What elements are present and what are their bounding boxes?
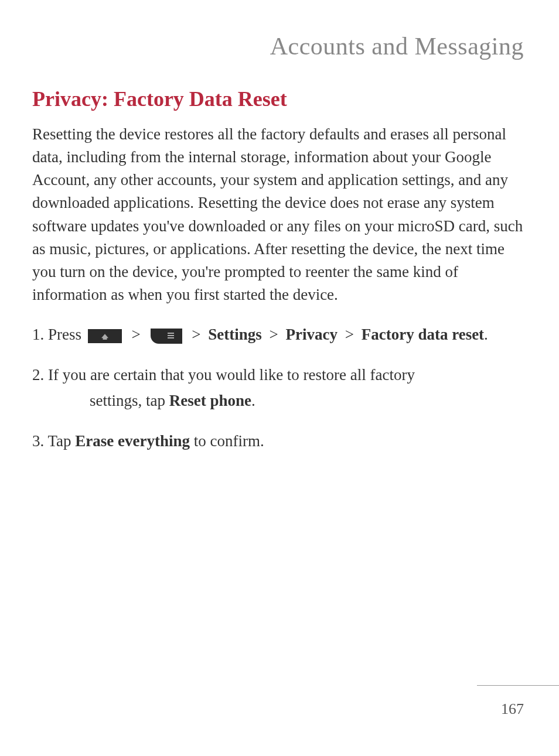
step-3: 3. Tap Erase everything to confirm. (0, 429, 559, 453)
separator: > (192, 326, 200, 343)
page-title: Accounts and Messaging (0, 0, 559, 60)
nav-privacy: Privacy (285, 326, 337, 343)
section-body: Resetting the device restores all the fa… (0, 111, 559, 306)
step-text: If you are certain that you would like t… (48, 366, 415, 384)
decorative-line (477, 685, 559, 686)
step-text: to confirm. (190, 432, 264, 450)
step-number: 3. (32, 432, 44, 450)
step-text: Tap (48, 432, 76, 450)
home-icon (88, 329, 122, 343)
separator: > (270, 326, 278, 343)
step-1: 1. Press > > Settings > Privacy > Factor… (0, 323, 559, 347)
nav-factory-reset: Factory data reset (362, 326, 484, 343)
page-number: 167 (501, 700, 524, 718)
step-text: settings, tap (90, 392, 169, 409)
action-reset-phone: Reset phone (169, 392, 251, 409)
section-heading: Privacy: Factory Data Reset (0, 60, 559, 111)
step-text: Press (48, 326, 86, 343)
nav-settings: Settings (208, 326, 262, 343)
action-erase-everything: Erase everything (75, 432, 190, 450)
period: . (251, 392, 255, 409)
separator: > (132, 326, 141, 343)
period: . (484, 326, 488, 343)
separator: > (345, 326, 354, 343)
step-2: 2. If you are certain that you would lik… (0, 363, 559, 413)
menu-icon (151, 329, 182, 344)
step-number: 2. (32, 366, 44, 384)
step-number: 1. (32, 326, 44, 343)
